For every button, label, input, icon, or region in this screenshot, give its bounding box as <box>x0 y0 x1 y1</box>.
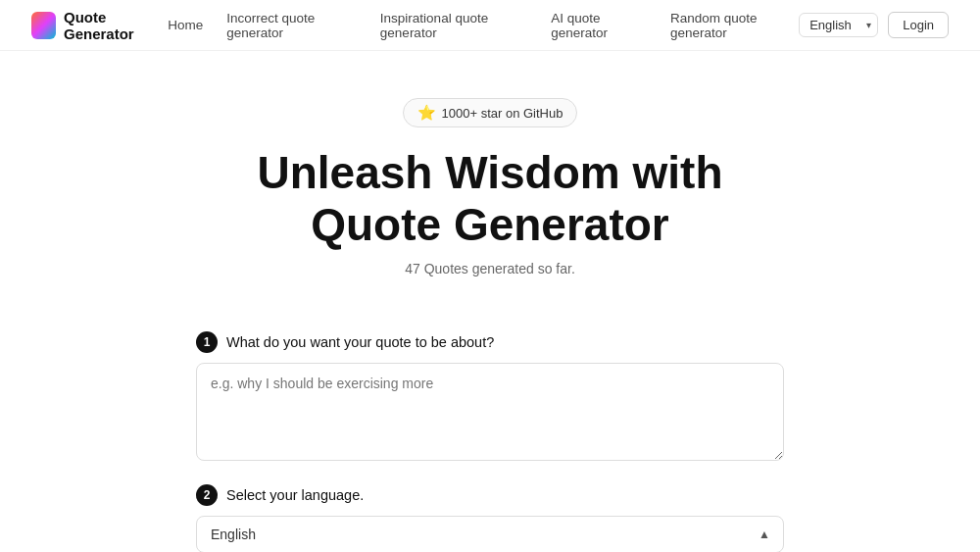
nav-links: Home Incorrect quote generator Inspirati… <box>168 11 799 40</box>
nav-random[interactable]: Random quote generator <box>670 11 799 40</box>
step2-text: Select your language. <box>226 487 364 503</box>
nav-home[interactable]: Home <box>168 18 203 32</box>
hero-headline-line1: Unleash Wisdom with <box>258 147 723 198</box>
hero-headline-line2: Quote Generator <box>311 199 669 250</box>
login-button[interactable]: Login <box>888 12 949 38</box>
step1-number: 1 <box>196 331 218 353</box>
navbar: Quote Generator Home Incorrect quote gen… <box>0 0 980 51</box>
logo-text: Quote Generator <box>64 9 168 42</box>
github-badge-text: 1000+ star on GitHub <box>442 106 564 121</box>
hero-subtitle: 47 Quotes generated so far. <box>20 261 960 276</box>
language-select[interactable]: English Spanish French <box>799 13 878 37</box>
form-step-2: 2 Select your language. English Spanish … <box>196 484 784 552</box>
quote-textarea[interactable] <box>196 363 784 461</box>
step1-label: 1 What do you want your quote to be abou… <box>196 331 784 353</box>
nav-right: English Spanish French ▾ Login <box>799 12 949 38</box>
nav-incorrect[interactable]: Incorrect quote generator <box>226 11 357 40</box>
github-badge[interactable]: ⭐ 1000+ star on GitHub <box>403 98 578 127</box>
nav-inspirational[interactable]: Inspirational quote generator <box>380 11 527 40</box>
hero-headline: Unleash Wisdom with Quote Generator <box>20 147 960 251</box>
quote-form: 1 What do you want your quote to be abou… <box>176 331 804 552</box>
logo-icon <box>31 12 56 39</box>
nav-ai[interactable]: AI quote generator <box>551 11 647 40</box>
logo[interactable]: Quote Generator <box>31 9 168 42</box>
language-dropdown-wrapper: English Spanish French German Japanese C… <box>196 516 784 552</box>
step2-label: 2 Select your language. <box>196 484 784 506</box>
hero-section: ⭐ 1000+ star on GitHub Unleash Wisdom wi… <box>0 51 980 331</box>
language-dropdown[interactable]: English Spanish French German Japanese C… <box>196 516 784 552</box>
form-step-1: 1 What do you want your quote to be abou… <box>196 331 784 465</box>
step1-text: What do you want your quote to be about? <box>226 334 494 350</box>
language-wrapper: English Spanish French ▾ <box>799 13 878 37</box>
step2-number: 2 <box>196 484 218 506</box>
github-icon: ⭐ <box>417 104 436 122</box>
